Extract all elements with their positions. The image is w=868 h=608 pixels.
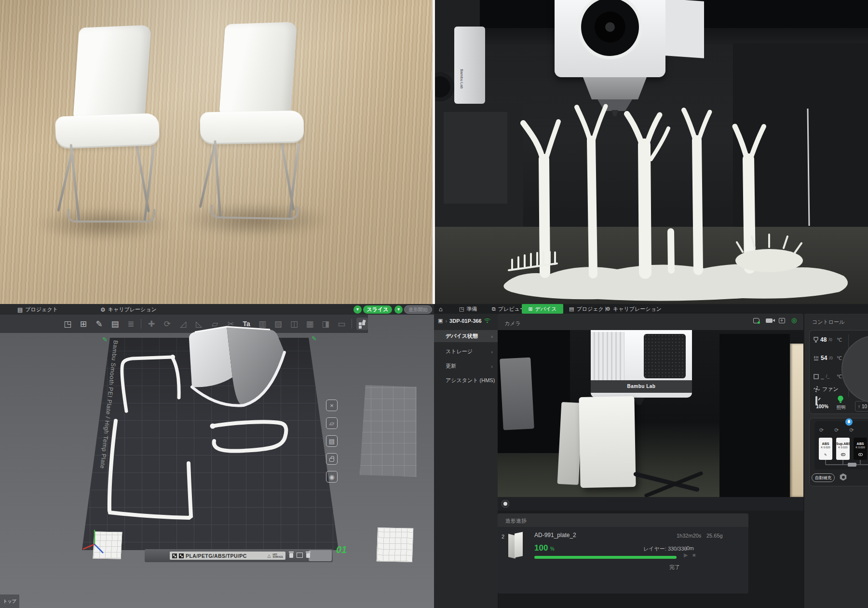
tab-calibration[interactable]: ⚙キャリブレーション [602, 304, 665, 314]
device-selector[interactable]: ▣ › 3DP-01P-366 [438, 318, 496, 324]
plate-edit-icon[interactable]: ✎ [102, 336, 108, 343]
video-record-icon[interactable] [766, 318, 773, 323]
plate-thumbnail[interactable] [377, 527, 413, 562]
object-list-icon[interactable]: ≣ [125, 318, 136, 330]
toolhead-brand-band: Bambu Lab [591, 380, 692, 393]
bed-bracket [644, 471, 704, 497]
eye-icon [841, 453, 845, 456]
rotate-tool-icon[interactable]: ⟳ [162, 318, 173, 330]
photo-miniature-chairs [0, 0, 434, 304]
white-chair-left [46, 27, 181, 229]
filament-slot-a3[interactable]: ABS K 0.020 [854, 438, 867, 460]
add-model-icon[interactable]: ◳ [62, 318, 73, 330]
assembly-view-icon[interactable] [356, 318, 368, 330]
light-label: 照明 [835, 404, 847, 411]
nozzle-icon [814, 337, 818, 343]
stop-icon[interactable]: ■ [692, 552, 696, 558]
slice-dropdown-chevron[interactable]: ▾ [353, 305, 362, 314]
support-paint-icon[interactable]: ▨ [272, 318, 284, 330]
eraser-icon[interactable]: ▭ [336, 318, 347, 330]
filament-slot-a2[interactable]: Sup.ABS K 0.020 [836, 438, 850, 460]
slicer-toolbar: ◳ ⊞ ✎ ▤ ≣ ✚ ⟳ ◿ ◺ ▱ ✂ Ta ▥ ▨ ◫ ▦ ◨ ▭ [0, 315, 368, 333]
start-print-dropdown-chevron[interactable]: ▾ [394, 305, 403, 314]
viewcube-top[interactable]: トップ [0, 594, 19, 608]
plate-number: 01 [336, 544, 347, 555]
snapshot-button[interactable] [502, 500, 509, 508]
calibration-menu[interactable]: ⚙ キャリブレーション [100, 306, 157, 313]
refresh-slot-icon[interactable]: ⟳ [834, 427, 839, 433]
project-icon: ▤ [569, 306, 574, 312]
filament-strand [808, 109, 809, 226]
sidebar-item-update[interactable]: 更新› [434, 360, 498, 372]
auto-refill-button[interactable]: 自動補充 [812, 473, 835, 482]
slice-button[interactable]: スライス [363, 305, 392, 314]
webcam-icon[interactable] [779, 318, 785, 323]
second-build-plate[interactable] [360, 385, 417, 477]
seam-paint-icon[interactable]: ◫ [288, 318, 300, 330]
plate-edge-icons [289, 552, 310, 558]
project-menu[interactable]: ▤ プロジェクト [17, 306, 58, 313]
lock-plate-icon[interactable] [326, 453, 338, 465]
text-tool-icon[interactable]: Ta [241, 318, 252, 330]
refresh-slot-icon[interactable]: ⟳ [849, 427, 854, 433]
arrange-icon[interactable]: ▤ [109, 318, 121, 330]
print-time: 1h32m20s [677, 533, 701, 539]
bed-temp-row[interactable]: 54 /0 [814, 355, 833, 361]
plate-actions: × ▱ ▤ ◉ [326, 400, 338, 489]
step-button[interactable]: ↑ 10 [855, 401, 868, 412]
sidebar-item-storage[interactable]: ストレージ› [434, 345, 498, 358]
feed-gray-card [500, 357, 534, 430]
layer-count: レイヤー: 330/330 [643, 545, 687, 553]
nozzle-temp-row[interactable]: 48 /0 [814, 336, 832, 343]
add-plate-icon[interactable]: ⊞ [78, 318, 89, 330]
chamber-temp-row[interactable]: _ /_ [814, 373, 829, 380]
start-print-button[interactable]: 造形開始 [404, 305, 432, 314]
camera-title: カメラ [504, 318, 521, 327]
fan-label: ファン [822, 386, 839, 393]
toolbar-divider [141, 319, 141, 329]
gear-icon: ⚙ [100, 306, 106, 313]
tab-prepare[interactable]: ◳準備 [455, 304, 481, 314]
mesh-repair-icon[interactable]: ◨ [320, 318, 331, 330]
percent-group: 100 % [534, 543, 555, 553]
ams-card: ⟳ ⟳ ⟳ ABS K 0.020 ✎ Sup.ABS K 0.020 ABS … [809, 418, 868, 486]
scale-tool-icon[interactable]: ◿ [177, 318, 189, 330]
refresh-slot-icon[interactable]: ⟳ [819, 427, 824, 433]
sidebar-item-assistant[interactable]: アシスタント (HMS)› [434, 374, 498, 387]
sidebar-item-device-status[interactable]: デバイス状態› [434, 330, 498, 342]
resume-icon[interactable]: ▶ [684, 552, 688, 558]
plate2-edit-icon[interactable]: ✎ [312, 335, 317, 342]
white-chair-right [189, 22, 327, 227]
chair-seat [55, 113, 160, 147]
tab-device[interactable]: ⊞デバイス [522, 304, 563, 314]
control-title: コントロール [812, 318, 844, 326]
chair-stretcher [68, 209, 155, 222]
percent-sign: % [550, 546, 555, 552]
device-icon: ⊞ [528, 306, 532, 312]
split-object-icon[interactable]: ▱ [209, 318, 221, 330]
plate-view-icon[interactable]: ◉ [326, 471, 338, 483]
ams-settings-icon[interactable] [840, 473, 847, 483]
color-paint-icon[interactable]: ▦ [304, 318, 316, 330]
delete-plate-icon[interactable]: × [326, 400, 338, 411]
sdcard-icon[interactable] [753, 318, 760, 323]
filament-slot-a1[interactable]: ABS K 0.020 ✎ [819, 438, 832, 460]
eye-icon [858, 453, 863, 456]
chevron-right-icon: › [491, 333, 493, 339]
plate-settings-icon[interactable]: ▤ [326, 435, 338, 447]
cut-tool-icon[interactable]: ✂ [225, 318, 236, 330]
move-tool-icon[interactable]: ✚ [146, 318, 157, 330]
wifi-icon [484, 318, 491, 323]
project-menu-label: プロジェクト [25, 306, 58, 313]
chevron-right-icon: › [491, 349, 493, 355]
auto-orient-icon[interactable]: ✎ [94, 318, 105, 330]
camera-panel: カメラ ◎ Bambu Lab [498, 314, 803, 497]
feed-light-band [790, 344, 803, 497]
live-record-icon[interactable]: ◎ [791, 318, 797, 323]
arrange-plate-icon[interactable]: ▱ [326, 417, 338, 429]
home-icon[interactable]: ⌂ [439, 305, 443, 313]
qr-code-icon [172, 553, 177, 558]
layer-height-icon[interactable]: ▥ [257, 318, 268, 330]
lay-on-face-icon[interactable]: ◺ [193, 318, 205, 330]
slicer-menubar: ▤ プロジェクト ⚙ キャリブレーション ▾ スライス ▾ 造形開始 [0, 304, 434, 315]
